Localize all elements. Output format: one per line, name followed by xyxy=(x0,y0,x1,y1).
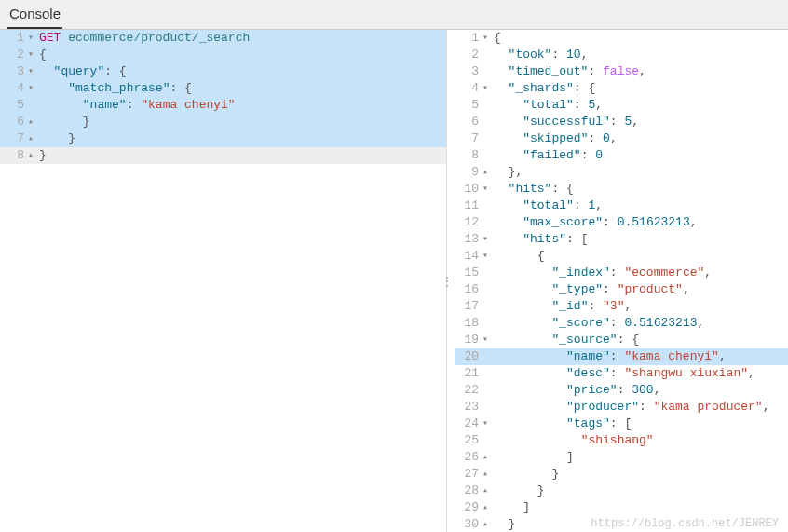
line-number: 14 xyxy=(455,248,482,265)
code-line[interactable]: 30▴ } xyxy=(455,516,788,532)
fold-toggle[interactable]: ▾ xyxy=(482,248,494,265)
line-content: "tags": [ xyxy=(494,416,632,430)
line-number: 12 xyxy=(455,214,482,231)
line-content: ] xyxy=(494,450,574,464)
line-number: 9 xyxy=(455,164,482,181)
line-content: GET ecommerce/product/_search xyxy=(39,31,250,45)
fold-toggle[interactable]: ▾ xyxy=(482,80,494,97)
fold-toggle[interactable]: ▾ xyxy=(482,181,494,198)
code-line[interactable]: 28▴ } xyxy=(455,483,788,499)
line-content: "name": "kama chenyi" xyxy=(39,98,236,112)
code-line[interactable]: 27▴ } xyxy=(455,466,788,483)
line-content: } xyxy=(39,115,90,129)
code-line[interactable]: 13▾ "hits": [ xyxy=(455,231,788,248)
code-line[interactable]: 29▴ ] xyxy=(455,499,788,516)
code-line[interactable]: 17 "_id": "3", xyxy=(455,298,788,315)
code-line[interactable]: 7▴ } xyxy=(0,130,446,147)
fold-toggle[interactable]: ▴ xyxy=(482,499,494,516)
code-line[interactable]: 3▾ "query": { xyxy=(0,63,446,80)
line-content: "_id": "3", xyxy=(494,299,632,313)
line-content: } xyxy=(494,517,515,531)
code-line[interactable]: 4▾ "match_phrase": { xyxy=(0,80,446,97)
code-line[interactable]: 9▴ }, xyxy=(455,164,788,181)
code-line[interactable]: 5 "total": 5, xyxy=(455,97,788,114)
fold-toggle[interactable]: ▾ xyxy=(482,30,494,47)
fold-toggle[interactable]: ▴ xyxy=(482,164,494,181)
fold-toggle[interactable]: ▾ xyxy=(28,30,39,47)
line-number: 30 xyxy=(455,516,482,532)
code-line[interactable]: 4▾ "_shards": { xyxy=(455,80,788,97)
fold-toggle[interactable]: ▴ xyxy=(28,130,39,147)
code-line[interactable]: 15 "_index": "ecommerce", xyxy=(455,265,788,281)
line-number: 3 xyxy=(0,63,28,80)
fold-toggle[interactable]: ▴ xyxy=(28,147,39,164)
line-content: "name": "kama chenyi", xyxy=(494,349,727,363)
line-content: "price": 300, xyxy=(494,383,660,397)
fold-toggle[interactable]: ▴ xyxy=(482,483,494,499)
line-number: 5 xyxy=(0,97,28,114)
line-content: } xyxy=(39,131,75,145)
line-content: "took": 10, xyxy=(494,48,588,61)
code-line[interactable]: 2▾{ xyxy=(0,47,446,63)
fold-toggle[interactable]: ▴ xyxy=(28,114,39,130)
request-pane[interactable]: 🔧 1▾GET ecommerce/product/_search2▾{3▾ "… xyxy=(0,30,447,532)
fold-toggle[interactable]: ▾ xyxy=(28,80,39,97)
code-line[interactable]: 6 "successful": 5, xyxy=(455,114,788,130)
line-number: 4 xyxy=(0,80,28,97)
fold-toggle[interactable]: ▾ xyxy=(28,47,39,63)
line-content: "_index": "ecommerce", xyxy=(494,266,712,280)
line-number: 11 xyxy=(455,198,482,214)
line-number: 27 xyxy=(455,466,482,483)
response-pane[interactable]: 1▾{2 "took": 10,3 "timed_out": false,4▾ … xyxy=(447,30,788,532)
line-content: { xyxy=(494,31,501,45)
line-content: "hits": { xyxy=(494,182,574,196)
line-number: 29 xyxy=(455,499,482,516)
fold-toggle[interactable]: ▾ xyxy=(482,231,494,248)
code-line[interactable]: 16 "_type": "product", xyxy=(455,281,788,298)
line-number: 15 xyxy=(455,265,482,281)
code-line[interactable]: 25 "shishang" xyxy=(455,432,788,449)
code-line[interactable]: 8 "failed": 0 xyxy=(455,147,788,164)
code-line[interactable]: 14▾ { xyxy=(455,248,788,265)
fold-toggle[interactable]: ▴ xyxy=(482,449,494,466)
code-line[interactable]: 1▾{ xyxy=(455,30,788,47)
line-content: } xyxy=(39,148,47,162)
line-number: 18 xyxy=(455,315,482,332)
pane-divider[interactable]: ⋮ xyxy=(442,280,453,284)
code-line[interactable]: 11 "total": 1, xyxy=(455,198,788,214)
code-line[interactable]: 24▾ "tags": [ xyxy=(455,416,788,432)
code-line[interactable]: 12 "max_score": 0.51623213, xyxy=(455,214,788,231)
code-line[interactable]: 26▴ ] xyxy=(455,449,788,466)
fold-toggle[interactable]: ▴ xyxy=(482,466,494,483)
code-line[interactable]: 20 "name": "kama chenyi", xyxy=(455,348,788,365)
line-content: "failed": 0 xyxy=(494,148,603,162)
line-content: "shishang" xyxy=(494,433,654,447)
fold-toggle[interactable]: ▾ xyxy=(482,332,494,348)
code-line[interactable]: 1▾GET ecommerce/product/_search xyxy=(0,30,446,47)
code-line[interactable]: 3 "timed_out": false, xyxy=(455,63,788,80)
code-line[interactable]: 8▴} xyxy=(0,147,446,164)
code-line[interactable]: 22 "price": 300, xyxy=(455,382,788,399)
line-content: "skipped": 0, xyxy=(494,131,618,145)
line-number: 7 xyxy=(455,130,482,147)
fold-toggle[interactable]: ▾ xyxy=(482,416,494,432)
code-line[interactable]: 2 "took": 10, xyxy=(455,47,788,63)
fold-toggle[interactable]: ▾ xyxy=(28,63,39,80)
line-number: 4 xyxy=(455,80,482,97)
line-number: 22 xyxy=(455,382,482,399)
tab-console[interactable]: Console xyxy=(7,2,62,29)
line-content: "_source": { xyxy=(494,333,639,347)
code-line[interactable]: 5 "name": "kama chenyi" xyxy=(0,97,446,114)
line-content: "total": 5, xyxy=(494,98,603,112)
fold-toggle[interactable]: ▴ xyxy=(482,516,494,532)
code-line[interactable]: 6▴ } xyxy=(0,114,446,130)
code-line[interactable]: 21 "desc": "shangwu xiuxian", xyxy=(455,365,788,382)
code-line[interactable]: 19▾ "_source": { xyxy=(455,332,788,348)
line-number: 23 xyxy=(455,399,482,416)
code-line[interactable]: 23 "producer": "kama producer", xyxy=(455,399,788,416)
line-number: 6 xyxy=(0,114,28,130)
line-number: 13 xyxy=(455,231,482,248)
code-line[interactable]: 10▾ "hits": { xyxy=(455,181,788,198)
code-line[interactable]: 7 "skipped": 0, xyxy=(455,130,788,147)
code-line[interactable]: 18 "_score": 0.51623213, xyxy=(455,315,788,332)
